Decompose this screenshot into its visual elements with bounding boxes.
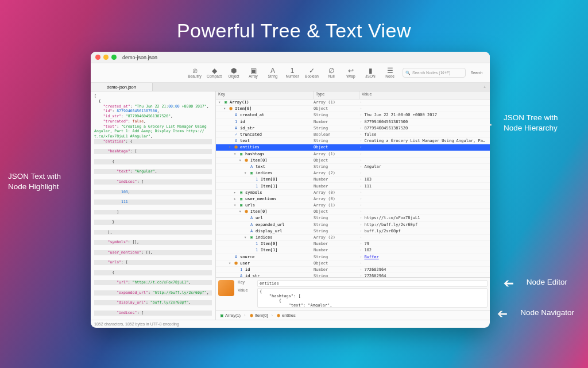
search-input[interactable]: 🔍Search Nodes (⌘+F) <box>403 68 466 78</box>
tree-row[interactable]: ▾▣indicesArray (2)◦ <box>216 170 490 177</box>
tree-type: Object <box>314 209 359 214</box>
number-button[interactable]: 1Number <box>283 64 301 82</box>
minimize-button[interactable] <box>103 55 109 60</box>
tree-key: id <box>240 120 245 124</box>
tree-row[interactable]: Aid_strString◦ 772682964 <box>216 273 490 277</box>
tree-key: symbols <box>245 190 262 195</box>
arr-type-icon: ▣ <box>239 197 243 201</box>
disclosure-caret-icon[interactable]: ▾ <box>223 106 227 111</box>
tree-value: ◦ <box>359 158 490 163</box>
arrow-icon: ➔ <box>504 275 514 292</box>
disclosure-caret-icon[interactable]: ▸ <box>234 190 237 195</box>
disclosure-caret-icon[interactable]: ▾ <box>229 145 232 150</box>
column-value[interactable]: Value <box>359 91 490 99</box>
tree-row[interactable]: ✓truncatedBoolean◦ false <box>216 132 490 138</box>
tree-row[interactable]: 1idNumber◦ 877994604561387500 <box>216 119 490 125</box>
column-type[interactable]: Type <box>314 91 359 99</box>
tree-key: Item[0] <box>261 241 278 246</box>
text-view-pane[interactable]: [ { "created_at": "Thu Jun 22 21:00:00 +… <box>91 91 216 320</box>
tree-row[interactable]: Acreated_atString◦ Thu Jun 22 21:00:00 +… <box>216 112 490 118</box>
obj-type-icon: ⬢ <box>244 158 249 163</box>
disclosure-caret-icon[interactable]: ▾ <box>229 261 232 266</box>
tree-type: String <box>314 255 359 259</box>
arr-type-icon: ▣ <box>239 152 243 156</box>
breadcrumb-separator-icon: › <box>244 313 246 318</box>
compact-button[interactable]: ◆Compact <box>205 64 223 82</box>
traffic-lights <box>95 55 117 60</box>
tree-type: Number <box>314 177 359 182</box>
arr-type-icon: ▣ <box>239 190 243 195</box>
tree-row[interactable]: ▸▣symbolsArray (0)◦ <box>216 190 490 196</box>
tree-value: ◦ <box>359 203 490 208</box>
search-button[interactable]: Search <box>467 64 486 82</box>
json-source-text[interactable]: [ { "created_at": "Thu Jun 22 21:00:00 +… <box>91 91 215 320</box>
disclosure-caret-icon[interactable]: ▾ <box>239 158 242 163</box>
tree-row[interactable]: ▾▣indicesArray (2)◦ <box>216 235 490 241</box>
object-button[interactable]: ⬢Object <box>225 64 243 82</box>
tree-row[interactable]: ▾⬢userObject◦ <box>216 260 490 267</box>
node-button[interactable]: ☰Node <box>381 64 399 82</box>
document-tab[interactable]: demo-json.json <box>91 83 153 91</box>
tree-body[interactable]: ▾▣Array(1)Array (1)◦▾⬢Item[0]Object◦Acre… <box>216 99 490 277</box>
tree-row[interactable]: 1Item[1]Number◦ 102 <box>216 247 490 254</box>
editor-key-field[interactable]: entities <box>257 280 488 287</box>
string-button[interactable]: AString <box>264 64 282 82</box>
tree-value: ◦ <box>359 197 490 201</box>
node-navigator[interactable]: ▣ Array(1)›⬢ Item[0]›⬢ entities <box>216 310 490 320</box>
beautify-button[interactable]: ⎚Beautify <box>185 64 204 82</box>
tree-row[interactable]: 1Item[1]Number◦ 111 <box>216 183 490 189</box>
maximize-button[interactable] <box>111 55 117 60</box>
tree-row[interactable]: 1Item[0]Number◦ 79 <box>216 241 490 247</box>
breadcrumb-item[interactable]: ⬢ Item[0] <box>249 313 268 318</box>
tree-row[interactable]: ▸▣user_mentionsArray (0)◦ <box>216 196 490 202</box>
num-type-icon: 1 <box>254 177 259 182</box>
boolean-button[interactable]: ✓Boolean <box>303 64 321 82</box>
str-type-icon: A <box>234 126 238 131</box>
tree-row[interactable]: ▾⬢Item[0]Object◦ <box>216 209 490 215</box>
tree-row[interactable]: 1idNumber◦ 772682964 <box>216 267 490 273</box>
editor-key-label: Key <box>238 280 254 287</box>
null-icon: ∅ <box>328 67 334 74</box>
null-button[interactable]: ∅Null <box>322 64 341 82</box>
disclosure-caret-icon[interactable]: ▾ <box>234 203 237 208</box>
tree-row[interactable]: Aexpanded_urlString◦ http://buff.ly/2sr6… <box>216 222 490 228</box>
new-tab-button[interactable]: + <box>479 85 490 90</box>
tree-row[interactable]: AtextString◦ Angular <box>216 164 490 170</box>
tree-row[interactable]: 1Item[0]Number◦ 103 <box>216 177 490 183</box>
disclosure-caret-icon[interactable]: ▾ <box>239 209 242 214</box>
tree-type: String <box>314 223 359 227</box>
tree-row[interactable]: ▾▣hashtagsArray (1)◦ <box>216 151 490 158</box>
tree-row[interactable]: AtextString◦ Creating a Grocery List Man… <box>216 138 490 144</box>
tree-value: ◦ 877994604561387520 <box>359 126 490 131</box>
disclosure-caret-icon[interactable]: ▾ <box>244 235 247 240</box>
arr-type-icon: ▣ <box>249 171 254 175</box>
column-key[interactable]: Key <box>216 91 314 99</box>
wrap-button[interactable]: ↩Wrap <box>342 64 360 82</box>
tree-row[interactable]: AurlString◦ https://t.co/xFox78juL1 <box>216 215 490 221</box>
tree-value: ◦ <box>359 261 490 266</box>
tree-key: Item[1] <box>261 184 278 189</box>
tree-row[interactable]: Adisplay_urlString◦ buff.ly/2sr60pf <box>216 228 490 235</box>
callout-tree: ➔ JSON Tree with Node Hierarchy <box>504 113 575 133</box>
tree-type: Array (2) <box>314 171 359 175</box>
tree-type: String <box>314 229 359 233</box>
tree-row[interactable]: ▾⬢entitiesObject◦ <box>216 144 490 151</box>
tree-row[interactable]: ▾⬢Item[0]Object◦ <box>216 158 490 164</box>
disclosure-caret-icon[interactable]: ▾ <box>234 152 237 156</box>
tree-row[interactable]: ▾▣urlsArray (1)◦ <box>216 202 490 209</box>
json-button[interactable]: ▮JSON <box>361 64 380 82</box>
disclosure-caret-icon[interactable]: ▾ <box>244 171 247 175</box>
breadcrumb-item[interactable]: ⬢ entities <box>276 313 296 318</box>
breadcrumb-item[interactable]: ▣ Array(1) <box>219 313 241 318</box>
array-button[interactable]: ▣Array <box>244 64 262 82</box>
tree-row[interactable]: ▾⬢Item[0]Object◦ <box>216 106 490 112</box>
close-button[interactable] <box>95 55 100 60</box>
tree-row[interactable]: ▾▣Array(1)Array (1)◦ <box>216 99 490 106</box>
tree-row[interactable]: AsourceString◦ Buffer <box>216 254 490 260</box>
disclosure-caret-icon[interactable]: ▸ <box>234 197 237 201</box>
disclosure-caret-icon[interactable]: ▾ <box>218 100 222 105</box>
editor-value-field[interactable]: { "hashtags": [ { "text": "Angular", "in… <box>257 288 488 308</box>
tree-row[interactable]: Aid_strString◦ 877994604561387520 <box>216 125 490 132</box>
tree-value: ◦ http://buff.ly/2sr60pf <box>359 223 490 227</box>
tree-type: Object <box>314 145 359 150</box>
